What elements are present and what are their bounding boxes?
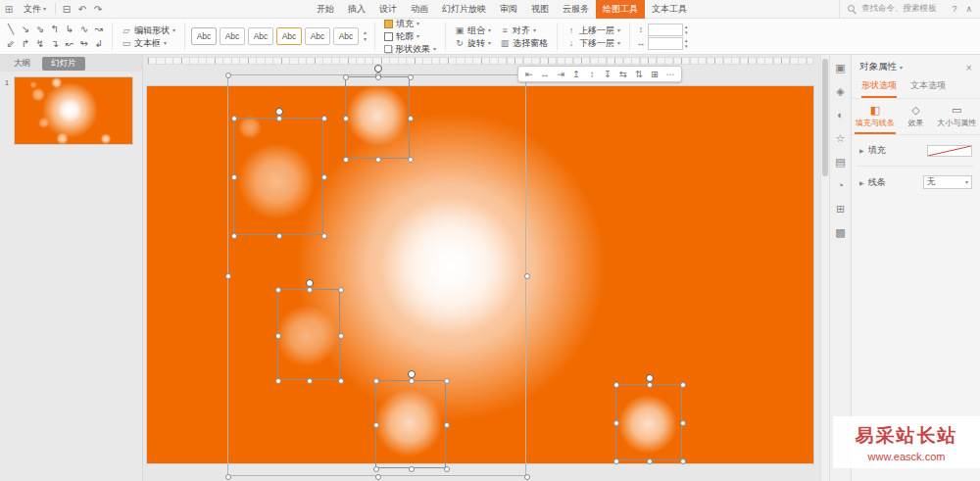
favorites-icon[interactable]: ☆ [836, 133, 846, 144]
collapse-ribbon-icon[interactable]: ∧ [965, 4, 972, 14]
vertical-scrollbar[interactable] [820, 55, 829, 481]
resize-handle[interactable] [444, 378, 450, 384]
resize-handle[interactable] [321, 174, 327, 180]
s-curve-tool[interactable]: ↬ [77, 37, 91, 50]
fill-line-subtab[interactable]: ◧ 填充与线条 [855, 105, 896, 134]
resize-handle[interactable] [375, 157, 381, 163]
arc-tool[interactable]: ↜ [63, 37, 76, 50]
shape-options-tab[interactable]: 形状选项 [861, 79, 897, 98]
height-stepper[interactable]: ▴ ▾ [685, 24, 688, 35]
resize-handle[interactable] [338, 287, 344, 293]
resize-handle[interactable] [321, 116, 327, 121]
selection-box-5[interactable] [375, 380, 446, 468]
align-center-h-icon[interactable]: ↔ [538, 69, 552, 79]
scrollbar-thumb[interactable] [822, 59, 828, 176]
rotate-handle[interactable] [408, 370, 416, 378]
resize-handle[interactable] [275, 333, 281, 339]
align-top-icon[interactable]: ↥ [569, 69, 583, 79]
outline-button[interactable]: 轮廓 ▾ [381, 30, 439, 42]
gallery-up-icon[interactable]: ▴ [364, 29, 367, 36]
menu-tab-3[interactable]: 设计 [372, 0, 404, 19]
freeform-tool[interactable]: ↱ [19, 37, 32, 50]
resize-handle[interactable] [524, 474, 530, 480]
resize-handle[interactable] [276, 116, 282, 121]
resize-handle[interactable] [409, 378, 415, 384]
resize-handle[interactable] [409, 466, 415, 472]
align-right-icon[interactable]: ⇥ [554, 69, 567, 79]
resize-handle[interactable] [343, 157, 349, 163]
rotate-handle[interactable] [275, 108, 283, 116]
resize-handle[interactable] [408, 74, 414, 80]
distribute-v-icon[interactable]: ⇅ [632, 69, 646, 79]
text-box-button[interactable]: ▭ 文本框 ▾ [119, 37, 178, 49]
disclosure-icon[interactable]: ▶ [859, 179, 864, 186]
shape-style-preset-6[interactable]: Abc [333, 27, 359, 45]
align-bottom-icon[interactable]: ↧ [601, 69, 614, 79]
close-panel-button[interactable]: × [966, 62, 972, 73]
resize-handle[interactable] [680, 458, 686, 464]
disclosure-icon[interactable]: ▶ [859, 147, 864, 154]
undo-icon[interactable]: ↶ [74, 4, 90, 15]
resize-handle[interactable] [343, 116, 349, 121]
resize-handle[interactable] [373, 466, 379, 472]
slide-thumbnail[interactable] [14, 76, 133, 145]
slides-tab[interactable]: 幻灯片 [42, 57, 85, 71]
rotate-handle[interactable] [374, 65, 382, 72]
resize-handle[interactable] [647, 458, 653, 464]
align-button[interactable]: ≡ 对齐 ▾ [497, 24, 551, 36]
resize-handle[interactable] [444, 422, 450, 428]
shape-style-preset-2[interactable]: Abc [220, 27, 245, 45]
more-lines-tool[interactable]: ↲ [92, 37, 106, 50]
shape-style-preset-4[interactable]: Abc [276, 27, 302, 45]
menu-tab-1[interactable]: 开始 [310, 0, 341, 19]
scribble-tool[interactable]: ↯ [33, 37, 47, 50]
fill-preview-swatch[interactable] [927, 145, 972, 157]
resize-handle[interactable] [408, 157, 414, 163]
file-menu[interactable]: 文件 ▾ [18, 3, 52, 16]
menu-tab-6[interactable]: 审阅 [493, 0, 524, 19]
resize-handle[interactable] [307, 287, 313, 293]
resize-handle[interactable] [231, 174, 237, 180]
resize-handle[interactable] [613, 420, 619, 426]
menu-tab-8[interactable]: 云服务 [556, 0, 596, 19]
menu-tab-7[interactable]: 视图 [524, 0, 556, 19]
shape-library-icon[interactable]: ◈ [836, 86, 844, 97]
text-options-tab[interactable]: 文本选项 [910, 79, 946, 98]
rotate-handle[interactable] [646, 374, 654, 382]
resize-handle[interactable] [375, 74, 381, 80]
resize-handle[interactable] [338, 378, 344, 384]
rotate-handle[interactable] [306, 279, 314, 287]
resize-handle[interactable] [225, 273, 231, 279]
shape-style-preset-1[interactable]: Abc [191, 27, 217, 45]
resize-handle[interactable] [231, 116, 237, 121]
elbow-connector-tool[interactable]: ↰ [48, 23, 62, 35]
menu-tab-9[interactable]: 绘图工具 [596, 0, 645, 19]
bring-forward-button[interactable]: ↑ 上移一层 ▾ [564, 24, 623, 36]
redo-icon[interactable]: ↷ [90, 4, 106, 15]
resize-handle[interactable] [680, 420, 686, 426]
resize-handle[interactable] [680, 382, 686, 388]
resize-handle[interactable] [225, 72, 231, 78]
gallery-scroll[interactable]: ▴ ▾ [362, 29, 368, 43]
object-properties-icon[interactable]: ▣ [835, 63, 845, 73]
more-icon[interactable]: ⋯ [663, 69, 677, 79]
resize-handle[interactable] [613, 382, 619, 388]
qr-icon[interactable]: ▩ [835, 227, 845, 238]
group-icon[interactable]: ⊞ [648, 69, 662, 79]
resize-handle[interactable] [343, 74, 349, 80]
menu-tab-4[interactable]: 动画 [404, 0, 435, 19]
resize-handle[interactable] [275, 378, 281, 384]
resize-handle[interactable] [275, 287, 281, 293]
resize-handle[interactable] [444, 466, 450, 472]
resize-handle[interactable] [225, 474, 231, 480]
color-scheme-icon[interactable]: ◐ [837, 110, 844, 120]
gallery-down-icon[interactable]: ▾ [364, 36, 367, 43]
double-arrow-tool[interactable]: ⇘ [33, 23, 47, 35]
resize-handle[interactable] [321, 233, 327, 239]
selection-box-2[interactable] [345, 76, 410, 159]
size-properties-subtab[interactable]: ▭ 大小与属性 [936, 105, 977, 134]
resize-handle[interactable] [338, 333, 344, 339]
save-icon[interactable]: ⊟ [59, 4, 74, 15]
apps-icon[interactable]: ⊞ [836, 204, 845, 215]
height-input[interactable] [648, 24, 683, 36]
